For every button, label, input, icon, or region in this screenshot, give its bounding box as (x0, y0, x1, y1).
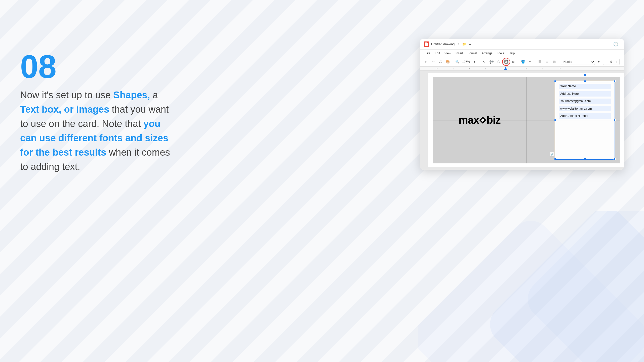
handle-top-left[interactable] (554, 80, 556, 82)
bg-decorations (418, 211, 644, 362)
paint-format-button[interactable]: 🎨 (445, 59, 451, 65)
menu-help[interactable]: Help (507, 51, 517, 56)
select-tool[interactable]: ↖ (481, 59, 488, 65)
handle-top-right[interactable] (614, 80, 616, 82)
contact-email: Yourname@gmail.com (559, 99, 611, 104)
app-icon-shape (425, 42, 428, 46)
bold-button[interactable]: B (623, 59, 624, 65)
font-family-select[interactable]: Nunito Arial Times New Roman (561, 59, 595, 65)
zoom-dropdown[interactable]: ▾ (471, 59, 478, 65)
svg-text:3: 3 (453, 68, 454, 70)
font-size-value: 9 (608, 60, 614, 64)
desc-shapes: Shapes, (113, 90, 150, 100)
svg-text:4: 4 (436, 68, 438, 70)
link-icon[interactable]: 🔗 (550, 152, 554, 157)
svg-text:3: 3 (542, 68, 544, 70)
app-icon (424, 41, 429, 47)
svg-marker-11 (504, 67, 507, 70)
rotate-handle-line (585, 76, 585, 80)
menu-tools[interactable]: Tools (495, 51, 506, 56)
desc-textbox: Text box, or images (20, 104, 109, 115)
handle-middle-left[interactable] (554, 119, 556, 121)
canvas-area[interactable]: max biz (420, 71, 624, 170)
menu-insert[interactable]: Insert (454, 51, 465, 56)
font-size-group: − 9 + (603, 59, 620, 65)
zoom-value: 197% (461, 60, 471, 64)
description-text: Now it's set up to use Shapes, a Text bo… (20, 88, 176, 174)
menu-bar: File Edit View Insert Format Arrange Too… (420, 50, 624, 57)
svg-text:2: 2 (469, 68, 470, 70)
toolbar: ↩ ↪ 🖨 🎨 🔍 197% ▾ ↖ 💬 ⬡ T ⊞ 🪣 ✏ ☰ ≡ ⊞ (420, 57, 624, 67)
shape-tool[interactable]: ⬡ (496, 59, 502, 65)
contact-address: Address Here (559, 91, 611, 97)
rotate-handle[interactable] (584, 74, 586, 76)
contact-phone: Add Contact Number (559, 113, 611, 119)
zoom-group: 🔍 197% ▾ (454, 59, 478, 65)
fill-color-button[interactable]: 🪣 (520, 59, 526, 65)
desc-part-2: a (150, 90, 158, 100)
redo-button[interactable]: ↪ (430, 59, 436, 65)
handle-bottom-right[interactable] (614, 158, 616, 160)
svg-text:T: T (505, 61, 506, 63)
print-button[interactable]: 🖨 (437, 59, 444, 65)
zoom-icon[interactable]: 🔍 (454, 59, 461, 65)
contact-name: Your Name (559, 84, 611, 89)
drawings-window: Untitled drawing ☆ 📁 ☁ 🕐 File Edit View … (420, 39, 624, 170)
image-tool[interactable]: ⊞ (510, 59, 517, 65)
text-box-tool[interactable]: T (503, 59, 509, 65)
handle-top-middle[interactable] (584, 80, 586, 82)
star-icon[interactable]: ☆ (457, 42, 461, 46)
contact-website: www.websitename.com (559, 106, 611, 112)
align-right-button[interactable]: ⊞ (551, 59, 558, 65)
ruler: 4 3 2 1 1 2 3 4 (420, 67, 624, 71)
history-icon[interactable]: 🕐 (613, 42, 618, 47)
canvas-background: max biz (420, 71, 624, 170)
cloud-icon[interactable]: ☁ (468, 42, 472, 46)
title-icons: ☆ 📁 ☁ (457, 42, 472, 46)
menu-edit[interactable]: Edit (433, 51, 442, 56)
comment-tool[interactable]: 💬 (488, 59, 495, 65)
svg-text:1: 1 (485, 68, 486, 70)
undo-button[interactable]: ↩ (423, 59, 429, 65)
handle-bottom-left[interactable] (554, 158, 556, 160)
svg-text:1: 1 (508, 68, 509, 70)
step-number: 08 (20, 50, 176, 83)
drawing-canvas[interactable]: max biz (428, 73, 624, 167)
align-center-button[interactable]: ≡ (544, 59, 550, 65)
title-bar: Untitled drawing ☆ 📁 ☁ 🕐 (420, 39, 624, 50)
window-title: Untitled drawing (431, 42, 455, 46)
folder-icon[interactable]: 📁 (462, 42, 466, 46)
handle-bottom-middle[interactable] (584, 158, 586, 160)
font-dropdown[interactable]: ▾ (596, 59, 602, 65)
align-left-button[interactable]: ☰ (537, 59, 543, 65)
menu-view[interactable]: View (443, 51, 453, 56)
left-content-panel: 08 Now it's set up to use Shapes, a Text… (20, 50, 176, 174)
handle-middle-right[interactable] (614, 119, 616, 121)
line-color-button[interactable]: ✏ (527, 59, 534, 65)
menu-format[interactable]: Format (466, 51, 479, 56)
business-card-area: max biz (433, 77, 620, 163)
svg-text:4: 4 (559, 68, 561, 70)
font-size-decrease[interactable]: − (603, 59, 608, 65)
contact-text-box[interactable]: Your Name Address Here Yourname@gmail.co… (555, 81, 615, 160)
desc-part-1: Now it's set up to use (20, 90, 113, 100)
menu-arrange[interactable]: Arrange (480, 51, 494, 56)
menu-file[interactable]: File (424, 51, 432, 56)
font-size-increase[interactable]: + (614, 59, 619, 65)
svg-text:2: 2 (526, 68, 527, 70)
